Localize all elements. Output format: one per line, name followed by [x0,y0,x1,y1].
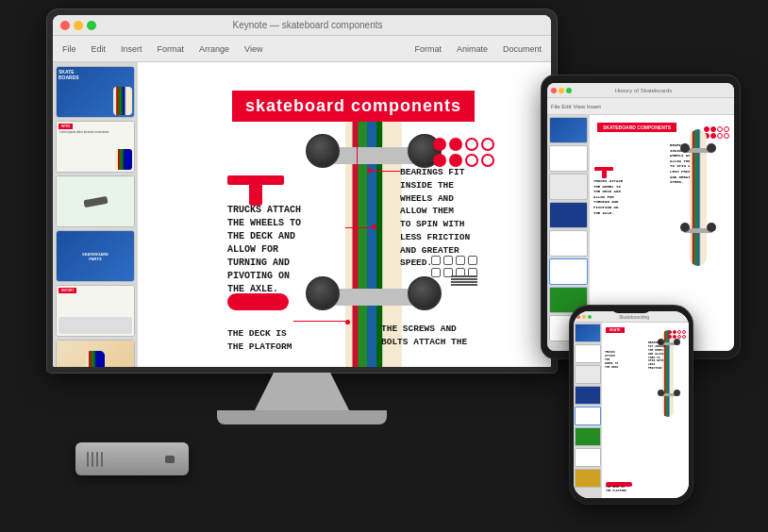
tablet-thumb-6[interactable] [549,258,588,285]
phone-thumb-6[interactable] [575,427,601,446]
app-layout: SKATEBOARDS INTRO Lorem ipsum dolor sit … [53,62,551,367]
bearings-line [372,171,400,172]
wheel-top-left [306,134,340,168]
tablet-slide-title: SKATEBOARD COMPONENTS [603,125,671,130]
phone: Skateboarding SKATE [570,306,693,504]
phone-bearings [668,330,686,339]
tablet-thumb-2[interactable] [549,145,588,172]
toolbar-edit[interactable]: Edit [88,42,110,56]
tablet-wheel-br [707,223,716,232]
toolbar-insert[interactable]: Insert [117,42,146,56]
monitor-bezel: Keynote — skateboard components File Edi… [47,9,557,373]
wheel-bottom-right [408,276,442,310]
monitor-screen: Keynote — skateboard components File Edi… [53,15,551,367]
phone-thumb-5[interactable] [575,407,601,425]
tablet-titlebar: History of Skateboards [547,83,734,98]
phone-window-title: Skateboarding [582,314,686,320]
monitor: Keynote — skateboard components File Edi… [47,9,557,406]
phone-thumb-8[interactable] [575,469,601,488]
monitor-base [217,410,387,424]
toolbar-format2[interactable]: Format [410,42,445,56]
phone-screen: Skateboarding SKATE [574,311,689,498]
phone-content: SKATE [574,323,689,498]
phone-notch [612,306,650,313]
tablet-wheel-tl [680,143,690,153]
phone-thumb-7[interactable] [575,448,601,467]
bearings-dots [433,138,494,167]
close-button[interactable] [60,21,70,30]
trucks-dot [372,224,376,229]
phone-deck-text: THE DECK ISTHE PLATFORM [606,486,653,493]
phone-thumb-3[interactable] [575,365,601,384]
tablet-truck-icon [594,167,613,178]
slide-title-box: skateboard components [232,91,475,122]
screws-annotation: THE SCREWS ANDBOLTS ATTACH THE [381,323,532,348]
deck-line [293,321,345,322]
mac-mini-vents [87,452,103,467]
bearings-dot [367,168,372,173]
tablet-thumb-5[interactable] [549,230,588,257]
phone-bezel: Skateboarding SKATE [570,306,693,504]
mac-mini [75,442,189,475]
slide-thumb-4[interactable]: SKATEBOARDPARTS [56,230,135,282]
slide-thumb-5[interactable]: HISTORY [56,285,135,337]
app-toolbar: File Edit Insert Format Arrange View For… [53,36,551,62]
titlebar: Keynote — skateboard components [53,15,551,36]
deck-annotation: THE DECK ISTHE PLATFORM [227,327,292,353]
phone-slide-panel[interactable] [574,323,602,498]
screw-lines [451,274,477,287]
tablet-wheel-tr [707,143,716,153]
slide-canvas: skateboard components [138,62,551,367]
deck-dot [345,320,350,324]
truck-icon [227,175,284,206]
monitor-stand [255,373,349,410]
toolbar-file[interactable]: File [58,42,80,56]
tablet-slide-title-box: SKATEBOARD COMPONENTS [597,123,676,132]
phone-slide-title-box: SKATE [606,327,625,333]
phone-thumb-2[interactable] [575,344,601,363]
phone-bearings-text: BEARINGSFIT INSIDETHE WHEELAND ALLOWTHEM… [648,341,686,371]
phone-trucks-text: TRUCKSATTACHTHEWHEEL TOTHE DECK [605,351,638,369]
tablet-thumb-1[interactable] [549,117,588,143]
mac-mini-port [165,456,175,463]
phone-close[interactable] [576,315,580,319]
slide-thumb-3[interactable] [56,175,135,227]
phone-thumb-4[interactable] [575,386,601,405]
phone-slide-title: SKATE [609,328,621,332]
tablet-trucks-text: TRUCKS ATTACHTHE WHEEL TOTHE DECK ANDALL… [593,179,645,216]
bearings-annotation: BEARINGS FITINSIDE THEWHEELS ANDALLOW TH… [400,166,532,270]
toolbar-view[interactable]: View [241,42,266,56]
tablet-window-title: History of Skateboards [557,88,730,93]
tablet-thumb-3[interactable] [549,174,588,200]
tablet-toolbar-text: File Edit View Insert [551,104,601,109]
toolbar-arrange[interactable]: Arrange [195,42,233,56]
tablet-thumb-4[interactable] [549,202,588,228]
bearing-v-line [357,147,358,168]
slide-title: skateboard components [245,96,461,116]
phone-slide-main: SKATE [602,323,689,498]
skateboard-truck-top [326,147,421,164]
slide-thumb-6[interactable] [56,340,135,367]
toolbar-format[interactable]: Format [154,42,189,56]
slide-panel[interactable]: SKATEBOARDS INTRO Lorem ipsum dolor sit … [53,62,138,367]
tablet-toolbar: File Edit View Insert [547,98,734,115]
trucks-annotation: TRUCKS ATTACHTHE WHEELS TOTHE DECK ANDAL… [227,204,341,296]
truck-v-bar [249,185,262,206]
skateboard-truck-bottom [326,289,421,306]
phone-wheel-bl [658,390,664,396]
window-title: Keynote — skateboard components [72,20,543,30]
tablet-skateboard [682,125,715,275]
toolbar-animate[interactable]: Animate [453,42,492,56]
toolbar-document[interactable]: Document [499,42,545,56]
slide-thumb-2[interactable]: INTRO Lorem ipsum dolor sit amet consect… [56,121,135,173]
truck-h-bar [227,175,284,185]
phone-wheel-br [674,390,680,396]
tablet-wheel-bl [680,223,690,232]
slide-thumb-1[interactable]: SKATEBOARDS [56,66,135,118]
trucks-line [345,227,372,228]
phone-thumb-1[interactable] [575,324,601,342]
